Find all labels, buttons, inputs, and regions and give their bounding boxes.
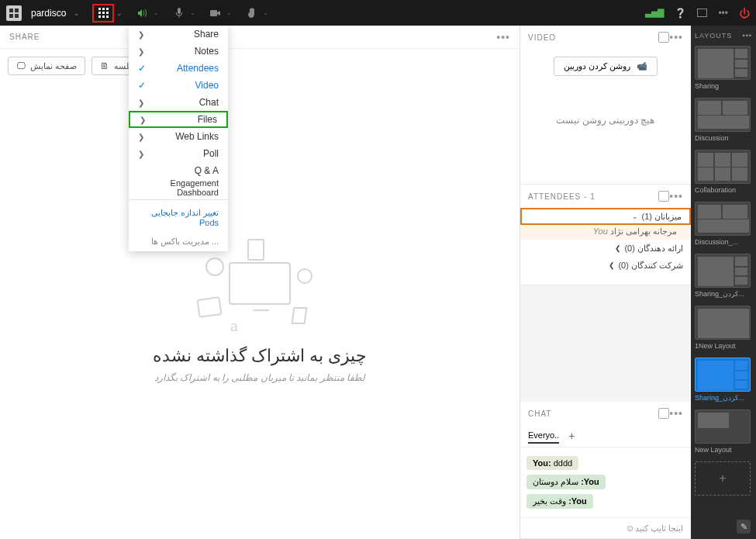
share-empty-subtitle: لطفا منتظر بمانید تا میزبان مطلبی را به … xyxy=(154,372,365,383)
hand-icon[interactable] xyxy=(246,8,258,19)
layout-item-sharing2[interactable]: Sharing_کردن... xyxy=(695,254,752,298)
help-icon[interactable]: ❔ xyxy=(675,8,686,19)
meeting-title[interactable]: pardisco xyxy=(31,8,66,19)
menu-item-engagement[interactable]: Engagement Dashboard xyxy=(129,179,228,196)
speaker-icon[interactable] xyxy=(136,8,149,19)
menu-item-attendees[interactable]: ✓Attendees xyxy=(129,60,228,77)
fullscreen-icon[interactable] xyxy=(658,191,669,202)
pods-menu-button[interactable] xyxy=(92,4,114,22)
menu-item-weblinks[interactable]: ❯Web Links xyxy=(129,128,228,145)
chat-add-tab-button[interactable]: + xyxy=(568,430,575,442)
more-icon[interactable]: ••• xyxy=(496,31,510,43)
fullscreen-icon[interactable] xyxy=(658,408,669,419)
right-column: VIDEO••• 📹روشن کردن دوربین هیچ دوربینی ر… xyxy=(520,26,691,539)
layout-item-new1[interactable]: 1New Layout xyxy=(695,306,752,350)
chat-message: You: سلام دوستان xyxy=(526,475,606,489)
menu-item-notes[interactable]: ❯Notes xyxy=(129,43,228,60)
share-illustration-icon: a xyxy=(198,239,322,332)
chevron-down-icon[interactable]: ⌄ xyxy=(116,9,123,17)
signal-icon[interactable]: ▃▅▇ xyxy=(645,8,664,18)
chat-pod: CHAT••• Everyo..+ You: dddd You: سلام دو… xyxy=(520,402,691,539)
svg-rect-1 xyxy=(15,9,19,12)
more-icon[interactable]: ••• xyxy=(669,190,683,202)
chevron-down-icon[interactable]: ⌄ xyxy=(74,9,80,17)
chat-tab-everyone[interactable]: Everyo.. xyxy=(528,428,559,444)
layout-item-collaboration[interactable]: Collaboration xyxy=(695,150,752,194)
camera-icon[interactable] xyxy=(209,8,222,19)
layout-item-sharing3[interactable]: Sharing_کردن... xyxy=(695,358,752,402)
emoji-icon[interactable]: ☺ xyxy=(626,523,635,534)
layout-add-button[interactable]: + xyxy=(695,461,751,496)
app-logo-icon xyxy=(6,5,22,21)
more-icon[interactable]: ••• xyxy=(669,31,683,43)
document-icon: 🗎 xyxy=(100,60,109,71)
layouts-panel: LAYOUTS••• Sharing Discussion Collaborat… xyxy=(691,26,756,539)
attendee-group-presenters[interactable]: ارائه دهندگان (0)❯ xyxy=(520,240,691,257)
camera-icon: 📹 xyxy=(637,61,647,71)
chevron-right-icon: ❯ xyxy=(138,98,149,107)
layout-tool-icon[interactable]: ✎ xyxy=(737,520,751,534)
chevron-down-icon[interactable]: ⌄ xyxy=(263,9,268,16)
attendees-pod: ATTENDEES - 1••• میزبانان (1)⌄ مرجانه به… xyxy=(520,185,691,285)
chevron-down-icon[interactable]: ⌄ xyxy=(226,9,232,16)
menu-item-video[interactable]: ✓Video xyxy=(129,77,228,94)
attendees-header: ATTENDEES xyxy=(528,192,581,201)
menu-item-chat[interactable]: ❯Chat xyxy=(129,94,228,111)
layout-item-discussion2[interactable]: Discussion_... xyxy=(695,202,752,246)
chevron-down-icon: ⌄ xyxy=(632,212,638,220)
chevron-down-icon[interactable]: ⌄ xyxy=(190,9,195,16)
share-empty-title: چیزی به اشتراک گذاشته نشده xyxy=(153,346,367,366)
menu-item-manage-pods[interactable]: مدیریت باکس ها ... xyxy=(129,232,228,251)
svg-rect-5 xyxy=(210,10,217,16)
chevron-down-icon[interactable]: ⌄ xyxy=(154,9,159,16)
chevron-right-icon: ❯ xyxy=(138,47,149,56)
menu-item-share[interactable]: ❯Share xyxy=(129,26,228,43)
mic-icon[interactable] xyxy=(173,8,185,19)
menu-item-resize-pods[interactable]: تغییر اندازه جابجایی Pods xyxy=(129,203,228,232)
svg-rect-3 xyxy=(15,14,19,18)
chat-message: You: dddd xyxy=(526,456,578,470)
chevron-right-icon: ❯ xyxy=(138,133,149,141)
power-icon[interactable]: ⏻ xyxy=(739,7,750,19)
monitor-icon: 🖵 xyxy=(16,60,26,71)
share-screen-button[interactable]: 🖵صفحه نمایش xyxy=(8,57,85,75)
share-pod: SHARE ••• 🖵صفحه نمایش 🗎فایل های جلسه a چ… xyxy=(0,26,520,539)
share-header: SHARE ••• xyxy=(0,26,520,49)
start-camera-button[interactable]: 📹روشن کردن دوربین xyxy=(554,57,658,76)
menu-item-files[interactable]: ❯Files xyxy=(129,111,228,128)
check-icon: ✓ xyxy=(138,63,149,74)
share-empty-state: a چیزی به اشتراک گذاشته نشده لطفا منتظر … xyxy=(0,83,520,539)
layout-item-discussion[interactable]: Discussion xyxy=(695,98,752,142)
chat-input[interactable]: اینجا تایپ کنید☺ xyxy=(520,517,691,538)
chevron-right-icon: ❯ xyxy=(140,116,150,124)
topbar: pardisco ⌄ ⌄ ⌄ ⌄ ⌄ ⌄ ▃▅▇ ❔ ••• ⏻ xyxy=(0,0,756,26)
no-camera-message: هیچ دوربینی روشن نیست xyxy=(528,115,683,126)
more-icon[interactable]: ••• xyxy=(669,407,683,420)
chevron-right-icon: ❯ xyxy=(609,261,615,269)
video-header: VIDEO xyxy=(528,33,556,42)
chat-messages: You: dddd You: سلام دوستان You: وقت بخیر xyxy=(520,447,691,517)
svg-rect-4 xyxy=(178,8,181,14)
fullscreen-icon[interactable] xyxy=(697,9,707,17)
more-icon[interactable]: ••• xyxy=(718,8,728,19)
menu-item-poll[interactable]: ❯Poll xyxy=(129,145,228,162)
svg-rect-0 xyxy=(9,9,13,12)
fullscreen-icon[interactable] xyxy=(658,32,669,43)
menu-item-qa[interactable]: Q & A xyxy=(129,162,228,179)
layouts-header: LAYOUTS xyxy=(695,32,732,40)
chevron-right-icon: ❯ xyxy=(138,150,149,158)
more-icon[interactable]: ••• xyxy=(743,32,752,40)
layout-item-sharing[interactable]: Sharing xyxy=(695,46,752,90)
chat-message: You: وقت بخیر xyxy=(526,494,593,509)
pods-dropdown-menu: ❯Share ❯Notes ✓Attendees ✓Video ❯Chat ❯F… xyxy=(129,26,228,251)
svg-rect-2 xyxy=(9,14,13,18)
layout-item-new2[interactable]: New Layout xyxy=(695,409,752,454)
check-icon: ✓ xyxy=(138,80,149,91)
share-title: SHARE xyxy=(9,33,40,41)
grid-icon xyxy=(98,8,109,18)
chevron-right-icon: ❯ xyxy=(138,30,149,39)
attendee-group-hosts[interactable]: میزبانان (1)⌄ xyxy=(520,208,691,225)
attendee-user[interactable]: مرجانه بهرامی نژاد You xyxy=(520,225,691,240)
menu-separator xyxy=(129,199,228,200)
attendee-group-participants[interactable]: شرکت کنندگان (0)❯ xyxy=(520,257,691,274)
